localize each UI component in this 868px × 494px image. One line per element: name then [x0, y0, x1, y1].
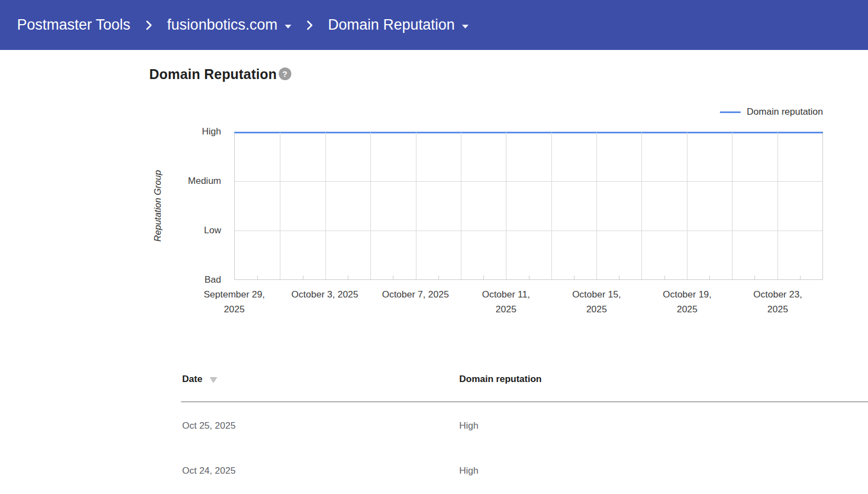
- legend-line-swatch: [720, 111, 741, 113]
- x-axis-tick-label: October 7, 2025: [367, 287, 464, 302]
- table-cell-date: Oct 24, 2025: [182, 465, 235, 476]
- caret-down-icon: [462, 25, 469, 29]
- horizontal-gridline: [235, 181, 822, 182]
- breadcrumb-domain-selector[interactable]: fusionbotics.com: [167, 16, 291, 33]
- domain-reputation-chart: Domain reputation Reputation Group HighM…: [0, 102, 868, 338]
- chart-plot-area: [234, 132, 823, 280]
- vertical-gridline: [280, 132, 280, 279]
- domain-reputation-series-line: [234, 132, 823, 133]
- vertical-gridline: [370, 132, 371, 279]
- vertical-gridline: [641, 132, 642, 279]
- x-axis-tick-label: October 3, 2025: [277, 287, 373, 302]
- x-axis-tick-label: October 23,2025: [729, 287, 826, 317]
- vertical-gridline: [732, 132, 732, 279]
- chevron-right-icon: [306, 20, 313, 31]
- vertical-gridline: [687, 132, 687, 279]
- table-cell-reputation: High: [459, 420, 478, 431]
- help-icon[interactable]: ?: [279, 68, 291, 80]
- x-axis-tick-label: October 19,2025: [639, 287, 735, 317]
- minor-x-tick: [664, 276, 665, 279]
- breadcrumb-dashboard-selector[interactable]: Domain Reputation: [328, 16, 469, 33]
- column-header-domain-reputation[interactable]: Domain reputation: [459, 374, 542, 385]
- vertical-gridline: [325, 132, 326, 279]
- minor-x-tick: [438, 276, 439, 279]
- legend-label: Domain reputation: [747, 106, 823, 117]
- x-axis-tick-label: October 11,2025: [458, 287, 554, 317]
- minor-x-tick: [257, 276, 258, 279]
- horizontal-gridline: [235, 231, 822, 231]
- minor-x-tick: [574, 276, 574, 279]
- table-cell-reputation: High: [459, 465, 478, 476]
- caret-down-icon: [285, 25, 291, 29]
- minor-x-tick: [619, 276, 619, 279]
- app-header: Postmaster Tools fusionbotics.com Domain…: [0, 0, 868, 50]
- x-axis-tick-label: September 29,2025: [186, 287, 283, 317]
- table-header-divider: [181, 401, 868, 402]
- sort-descending-icon: [210, 377, 217, 383]
- vertical-gridline: [461, 132, 461, 279]
- page-title-row: Domain Reputation ?: [149, 66, 291, 82]
- minor-x-tick: [529, 276, 529, 279]
- minor-x-tick: [800, 276, 801, 279]
- y-axis-tick-label: Low: [155, 223, 221, 238]
- chevron-right-icon: [145, 20, 153, 31]
- minor-x-tick: [754, 276, 755, 279]
- breadcrumb-postmaster-tools[interactable]: Postmaster Tools: [17, 16, 131, 33]
- vertical-gridline: [506, 132, 506, 279]
- page-title: Domain Reputation: [149, 66, 277, 82]
- x-axis-tick-label: October 15,2025: [548, 287, 645, 317]
- y-axis-tick-label: Bad: [155, 273, 221, 287]
- breadcrumb-label: fusionbotics.com: [167, 16, 278, 33]
- minor-x-tick: [483, 276, 484, 279]
- column-header-label: Domain reputation: [459, 374, 542, 385]
- minor-x-tick: [393, 276, 393, 279]
- table-cell-date: Oct 25, 2025: [182, 420, 235, 431]
- breadcrumb-label: Postmaster Tools: [17, 16, 131, 33]
- chart-legend: Domain reputation: [720, 106, 823, 117]
- minor-x-tick: [348, 276, 348, 279]
- y-axis-tick-label: High: [155, 125, 221, 139]
- vertical-gridline: [777, 132, 778, 279]
- breadcrumb-label: Domain Reputation: [328, 16, 455, 33]
- column-header-date[interactable]: Date: [182, 374, 217, 385]
- column-header-label: Date: [182, 374, 202, 385]
- y-axis-tick-label: Medium: [155, 174, 221, 188]
- vertical-gridline: [551, 132, 552, 279]
- minor-x-tick: [709, 276, 710, 279]
- vertical-gridline: [596, 132, 597, 279]
- minor-x-tick: [303, 276, 303, 279]
- vertical-gridline: [416, 132, 416, 279]
- breadcrumb: Postmaster Tools fusionbotics.com Domain…: [17, 16, 469, 33]
